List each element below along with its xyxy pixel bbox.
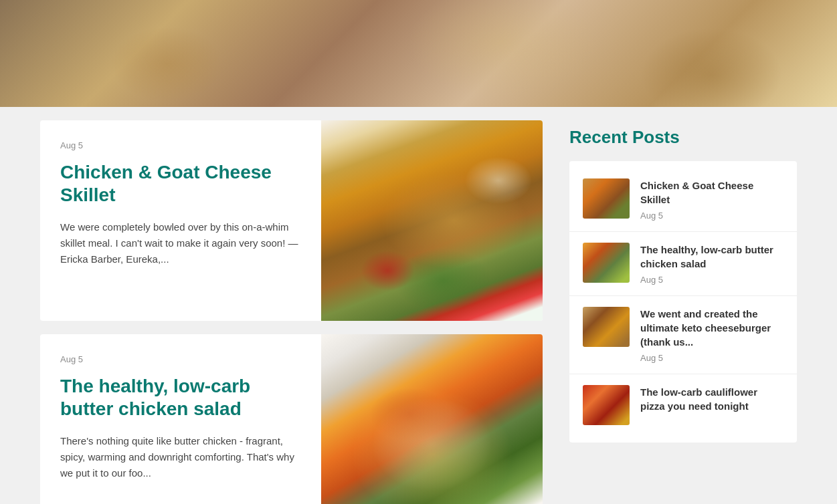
post-text-2: Aug 5 The healthy, low-carb butter chick… — [40, 334, 321, 504]
recent-post-info-2: The healthy, low-carb butter chicken sal… — [640, 243, 783, 285]
hero-banner — [0, 0, 837, 107]
post-date-1: Aug 5 — [60, 140, 301, 150]
post-date-2: Aug 5 — [60, 354, 301, 364]
thumb-image-3 — [583, 307, 630, 347]
page-wrapper: Aug 5 Chicken & Goat Cheese Skillet We w… — [0, 107, 837, 504]
recent-post-date-3: Aug 5 — [640, 353, 783, 363]
recent-post-title-3: We went and created the ultimate keto ch… — [640, 307, 783, 349]
recent-post-date-1: Aug 5 — [640, 211, 783, 221]
recent-posts-list: Chicken & Goat Cheese Skillet Aug 5 The … — [569, 161, 797, 443]
recent-post-item-3[interactable]: We went and created the ultimate keto ch… — [569, 296, 797, 374]
thumb-image-2 — [583, 243, 630, 283]
recent-post-title-2: The healthy, low-carb butter chicken sal… — [640, 243, 783, 271]
recent-post-thumb-2 — [583, 243, 630, 283]
recent-post-title-4: The low-carb cauliflower pizza you need … — [640, 385, 783, 413]
content-area: Aug 5 Chicken & Goat Cheese Skillet We w… — [0, 107, 837, 504]
recent-post-title-1: Chicken & Goat Cheese Skillet — [640, 178, 783, 207]
post-excerpt-2: There's nothing quite like butter chicke… — [60, 433, 301, 481]
post-image-2 — [321, 334, 543, 504]
recent-post-date-2: Aug 5 — [640, 275, 783, 285]
post-image-placeholder-1 — [321, 120, 543, 321]
post-image-placeholder-2 — [321, 334, 543, 504]
post-title-2[interactable]: The healthy, low-carb butter chicken sal… — [60, 375, 301, 420]
recent-post-info-4: The low-carb cauliflower pizza you need … — [640, 385, 783, 417]
recent-post-thumb-4 — [583, 385, 630, 425]
recent-post-info-3: We went and created the ultimate keto ch… — [640, 307, 783, 363]
recent-post-info-1: Chicken & Goat Cheese Skillet Aug 5 — [640, 178, 783, 221]
post-card-1: Aug 5 Chicken & Goat Cheese Skillet We w… — [40, 120, 543, 321]
post-text-1: Aug 5 Chicken & Goat Cheese Skillet We w… — [40, 120, 321, 321]
post-excerpt-1: We were completely bowled over by this o… — [60, 219, 301, 267]
sidebar: Recent Posts Chicken & Goat Cheese Skill… — [569, 120, 797, 443]
post-title-1[interactable]: Chicken & Goat Cheese Skillet — [60, 161, 301, 206]
recent-post-item-4[interactable]: The low-carb cauliflower pizza you need … — [569, 374, 797, 436]
main-column: Aug 5 Chicken & Goat Cheese Skillet We w… — [40, 120, 543, 504]
recent-post-item-1[interactable]: Chicken & Goat Cheese Skillet Aug 5 — [569, 168, 797, 232]
thumb-image-1 — [583, 178, 630, 219]
recent-post-item-2[interactable]: The healthy, low-carb butter chicken sal… — [569, 232, 797, 296]
post-image-1 — [321, 120, 543, 321]
thumb-image-4 — [583, 385, 630, 425]
recent-post-thumb-3 — [583, 307, 630, 347]
post-card-2: Aug 5 The healthy, low-carb butter chick… — [40, 334, 543, 504]
sidebar-title: Recent Posts — [569, 127, 797, 148]
recent-post-thumb-1 — [583, 178, 630, 219]
